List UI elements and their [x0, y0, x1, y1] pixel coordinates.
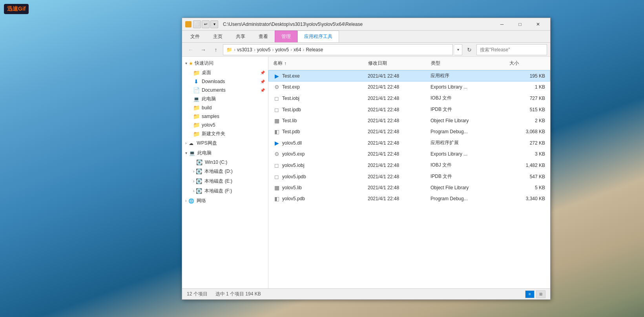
header-name[interactable]: 名称 ↑: [272, 58, 367, 68]
forward-button[interactable]: →: [198, 44, 209, 55]
file-name-cell: ⚙ yolov5.exp: [272, 150, 366, 158]
file-size-cell: 515 KB: [507, 105, 547, 114]
header-type[interactable]: 类型: [429, 58, 508, 68]
file-size: 515 KB: [530, 107, 545, 112]
sidebar-item-downloads[interactable]: ⬇ Downloads 📌: [182, 77, 268, 86]
sidebar-network-label: 网络: [197, 197, 206, 204]
file-icon: ▶: [274, 140, 280, 146]
tab-share[interactable]: 共享: [229, 31, 252, 42]
table-row[interactable]: ◻ yolov5.ipdb 2021/4/1 22:48 IPDB 文件 547…: [268, 171, 550, 182]
sidebar-drive-e-expand[interactable]: › 💽 本地磁盘 (E:): [182, 176, 268, 186]
details-view-button[interactable]: ⊞: [536, 290, 545, 298]
file-type: Program Debug...: [431, 196, 468, 201]
quick-btn-2[interactable]: ↩: [202, 20, 210, 28]
tab-home[interactable]: 主页: [206, 31, 229, 42]
file-size-cell: 272 KB: [507, 138, 547, 147]
table-row[interactable]: ⚙ yolov5.exp 2021/4/1 22:48 Exports Libr…: [268, 149, 550, 159]
maximize-button[interactable]: □: [511, 18, 529, 31]
file-size: 727 KB: [530, 96, 545, 101]
file-name: Test.pdb: [282, 129, 300, 134]
search-input[interactable]: [476, 44, 547, 55]
table-row[interactable]: ▶ Test.exe 2021/4/1 22:48 应用程序 195 KB: [268, 70, 550, 82]
computer-icon: 💻: [193, 96, 199, 102]
ribbon: 文件 主页 共享 查看 管理 应用程序工具: [182, 31, 550, 43]
sidebar-item-desktop[interactable]: 📁 桌面 📌: [182, 68, 268, 77]
table-row[interactable]: ◻ Test.ipdb 2021/4/1 22:48 IPDB 文件 515 K…: [268, 104, 550, 115]
file-size: 547 KB: [530, 174, 545, 179]
table-row[interactable]: ◻ Test.iobj 2021/4/1 22:48 IOBJ 文件 727 K…: [268, 92, 550, 104]
minimize-button[interactable]: ─: [493, 18, 511, 31]
file-date-cell: 2021/4/1 22:48: [366, 105, 429, 114]
sidebar-item-documents[interactable]: 📄 Documents 📌: [182, 86, 268, 94]
yolov5-icon: 📁: [193, 122, 199, 128]
breadcrumb-x64[interactable]: x64: [294, 47, 301, 53]
file-name-cell: ◧ yolov5.pdb: [272, 194, 366, 203]
file-icon: ◧: [274, 196, 280, 202]
file-date-cell: 2021/4/1 22:48: [366, 194, 429, 203]
refresh-button[interactable]: ↻: [464, 44, 475, 55]
up-button[interactable]: ↑: [210, 44, 221, 55]
sidebar-item-newfolder[interactable]: 📁 新建文件夹: [182, 129, 268, 138]
quick-btn-3[interactable]: ▾: [210, 20, 218, 28]
sidebar-wps[interactable]: › ☁ WPS网盘: [182, 138, 268, 148]
table-row[interactable]: ▦ yolov5.lib 2021/4/1 22:48 Object File …: [268, 182, 550, 193]
drive-d-arrow: ›: [193, 169, 194, 174]
breadcrumb[interactable]: 📁 › vs3013 › yolov5 › yolov5 › x64 › Rel…: [223, 44, 453, 55]
status-total: 12 个项目: [187, 291, 208, 297]
wps-icon: ☁: [188, 140, 194, 147]
status-bar: 12 个项目 选中 1 个项目 194 KB ≡ ⊞: [182, 288, 550, 299]
sidebar-quick-access[interactable]: ▾ ★ 快速访问: [182, 58, 268, 68]
table-row[interactable]: ◧ yolov5.pdb 2021/4/1 22:48 Program Debu…: [268, 193, 550, 204]
sidebar-drive-f-expand[interactable]: › 💽 本地磁盘 (F:): [182, 186, 268, 196]
header-date[interactable]: 修改日期: [367, 58, 429, 68]
back-button[interactable]: ←: [185, 44, 196, 55]
breadcrumb-yolov5-1[interactable]: yolov5: [257, 47, 271, 53]
file-type-cell: IPDB 文件: [429, 105, 507, 114]
breadcrumb-dropdown[interactable]: ▾: [454, 44, 462, 55]
file-name-cell: ▦ yolov5.lib: [272, 183, 366, 192]
file-size-cell: 3,068 KB: [507, 127, 547, 136]
table-row[interactable]: ▶ yolov5.dll 2021/4/1 22:48 应用程序扩展 272 K…: [268, 137, 550, 149]
quick-btn-1[interactable]: ⬜: [193, 20, 201, 28]
file-type: Object File Library: [431, 118, 469, 123]
file-date: 2021/4/1 22:48: [368, 73, 399, 79]
sidebar: ▾ ★ 快速访问 📁 桌面 📌 ⬇ Downloads 📌 📄 Document…: [182, 57, 268, 288]
table-row[interactable]: ◻ yolov5.iobj 2021/4/1 22:48 IOBJ 文件 1,4…: [268, 159, 550, 171]
file-type-cell: IOBJ 文件: [429, 161, 507, 170]
tab-app-tools[interactable]: 应用程序工具: [297, 31, 339, 42]
breadcrumb-yolov5-2[interactable]: yolov5: [275, 47, 289, 53]
desktop-icon: 📁: [193, 70, 199, 76]
tab-view[interactable]: 查看: [252, 31, 275, 42]
file-size-cell: 3,340 KB: [507, 194, 547, 203]
file-name: yolov5.ipdb: [282, 174, 306, 179]
file-type-cell: Exports Library ...: [429, 83, 507, 91]
sidebar-this-pc[interactable]: ▾ 💻 此电脑: [182, 148, 268, 158]
file-size-cell: 1 KB: [507, 83, 547, 91]
sidebar-item-samples[interactable]: 📁 samples: [182, 112, 268, 121]
sidebar-drive-d-expand[interactable]: › 💽 本地磁盘 (D:): [182, 167, 268, 176]
breadcrumb-vs3013[interactable]: vs3013: [237, 47, 252, 53]
close-button[interactable]: ✕: [529, 18, 547, 31]
newfolder-icon: 📁: [193, 131, 199, 137]
list-view-button[interactable]: ≡: [525, 290, 535, 298]
file-icon: ▦: [274, 185, 280, 191]
tab-manage[interactable]: 管理: [275, 31, 297, 42]
wps-arrow: ›: [185, 141, 186, 145]
breadcrumb-release[interactable]: Release: [306, 47, 323, 53]
table-row[interactable]: ◧ Test.pdb 2021/4/1 22:48 Program Debug.…: [268, 126, 550, 137]
sidebar-item-build[interactable]: 📁 build: [182, 103, 268, 112]
file-size: 195 KB: [530, 73, 545, 79]
tab-file[interactable]: 文件: [184, 31, 206, 42]
file-date-cell: 2021/4/1 22:48: [366, 83, 429, 91]
sidebar-item-computer[interactable]: 💻 此电脑: [182, 94, 268, 103]
sidebar-drive-c[interactable]: 💽 Win10 (C:): [182, 158, 268, 167]
sidebar-item-yolov5[interactable]: 📁 yolov5: [182, 121, 268, 129]
file-size-cell: 1,482 KB: [507, 161, 547, 170]
sidebar-network[interactable]: › 🌐 网络: [182, 196, 268, 206]
file-date-cell: 2021/4/1 22:48: [366, 161, 429, 170]
explorer-window: ⬜ ↩ ▾ C:\Users\Administrator\Desktop\vs3…: [182, 18, 551, 300]
header-size[interactable]: 大小: [508, 58, 547, 68]
file-date: 2021/4/1 22:48: [368, 185, 399, 190]
table-row[interactable]: ⚙ Test.exp 2021/4/1 22:48 Exports Librar…: [268, 82, 550, 92]
table-row[interactable]: ▦ Test.lib 2021/4/1 22:48 Object File Li…: [268, 115, 550, 126]
